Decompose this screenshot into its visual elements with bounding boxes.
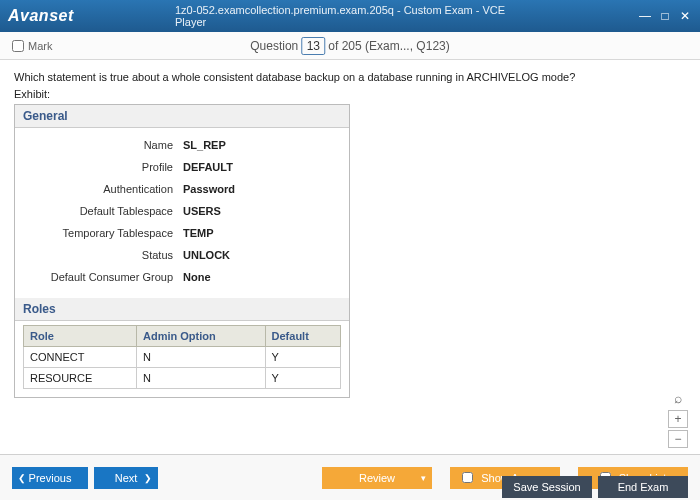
- field-value: USERS: [183, 205, 221, 217]
- end-exam-button[interactable]: End Exam: [598, 476, 688, 498]
- field-value: UNLOCK: [183, 249, 230, 261]
- window-title: 1z0-052.examcollection.premium.exam.205q…: [175, 4, 525, 28]
- col-admin: Admin Option: [137, 326, 266, 347]
- zoom-in-button[interactable]: +: [668, 410, 688, 428]
- field-label: Default Consumer Group: [23, 271, 183, 283]
- field-row: AuthenticationPassword: [23, 178, 341, 200]
- cell: N: [137, 347, 266, 368]
- general-header: General: [15, 105, 349, 128]
- window-controls: — □ ✕: [638, 9, 692, 23]
- next-button[interactable]: Next❯: [94, 467, 158, 489]
- field-row: StatusUNLOCK: [23, 244, 341, 266]
- field-label: Profile: [23, 161, 183, 173]
- col-default: Default: [265, 326, 340, 347]
- maximize-icon[interactable]: □: [658, 9, 672, 23]
- cell: Y: [265, 347, 340, 368]
- field-label: Status: [23, 249, 183, 261]
- field-label: Default Tablespace: [23, 205, 183, 217]
- roles-table: Role Admin Option Default CONNECT N Y RE…: [23, 325, 341, 389]
- titlebar: Avanset 1z0-052.examcollection.premium.e…: [0, 0, 700, 32]
- field-value: DEFAULT: [183, 161, 233, 173]
- col-role: Role: [24, 326, 137, 347]
- btn-label: Previous: [29, 472, 72, 484]
- question-bar: Mark Question 13 of 205 (Exam..., Q123): [0, 32, 700, 60]
- roles-header: Roles: [15, 298, 349, 321]
- field-label: Name: [23, 139, 183, 151]
- minimize-icon[interactable]: —: [638, 9, 652, 23]
- btn-label: Next: [115, 472, 138, 484]
- question-info: Question 13 of 205 (Exam..., Q123): [250, 39, 449, 53]
- field-value: None: [183, 271, 211, 283]
- question-word: Question: [250, 39, 298, 53]
- question-suffix: of 205 (Exam..., Q123): [325, 39, 450, 53]
- previous-button[interactable]: ❮Previous: [12, 467, 88, 489]
- cell: Y: [265, 368, 340, 389]
- general-fields: NameSL_REP ProfileDEFAULT Authentication…: [15, 128, 349, 298]
- question-text: Which statement is true about a whole co…: [14, 70, 686, 84]
- app-logo: Avanset: [8, 7, 74, 25]
- table-row: RESOURCE N Y: [24, 368, 341, 389]
- cell: RESOURCE: [24, 368, 137, 389]
- cell: CONNECT: [24, 347, 137, 368]
- exhibit-panel: General NameSL_REP ProfileDEFAULT Authen…: [14, 104, 350, 398]
- review-button[interactable]: Review▾: [322, 467, 432, 489]
- question-number: 13: [302, 37, 325, 55]
- field-value: TEMP: [183, 227, 214, 239]
- exhibit-label: Exhibit:: [14, 88, 686, 100]
- chevron-right-icon: ❯: [144, 473, 152, 483]
- close-icon[interactable]: ✕: [678, 9, 692, 23]
- magnify-icon[interactable]: ⌕: [668, 390, 688, 408]
- field-label: Temporary Tablespace: [23, 227, 183, 239]
- table-row: CONNECT N Y: [24, 347, 341, 368]
- table-header-row: Role Admin Option Default: [24, 326, 341, 347]
- content-area: Which statement is true about a whole co…: [0, 60, 700, 454]
- field-value: SL_REP: [183, 139, 226, 151]
- mark-label-text: Mark: [28, 40, 52, 52]
- field-row: NameSL_REP: [23, 134, 341, 156]
- zoom-controls: ⌕ + −: [668, 390, 688, 448]
- mark-checkbox-label[interactable]: Mark: [12, 40, 52, 52]
- field-row: Temporary TablespaceTEMP: [23, 222, 341, 244]
- field-row: ProfileDEFAULT: [23, 156, 341, 178]
- cell: N: [137, 368, 266, 389]
- field-label: Authentication: [23, 183, 183, 195]
- mark-checkbox[interactable]: [12, 40, 24, 52]
- field-value: Password: [183, 183, 235, 195]
- chevron-down-icon: ▾: [421, 473, 426, 483]
- save-session-button[interactable]: Save Session: [502, 476, 592, 498]
- field-row: Default TablespaceUSERS: [23, 200, 341, 222]
- chevron-left-icon: ❮: [18, 473, 26, 483]
- btn-label: Review: [359, 472, 395, 484]
- field-row: Default Consumer GroupNone: [23, 266, 341, 288]
- zoom-out-button[interactable]: −: [668, 430, 688, 448]
- show-answer-checkbox[interactable]: [462, 472, 473, 483]
